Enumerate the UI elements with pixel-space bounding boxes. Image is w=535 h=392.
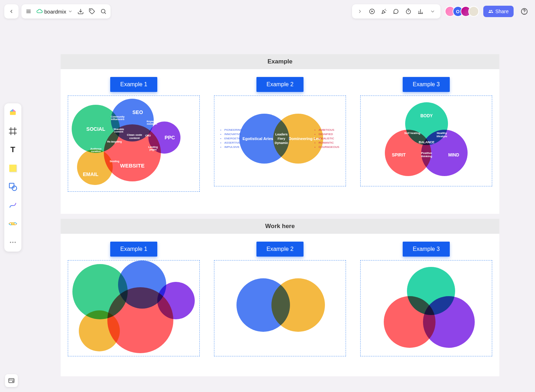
svg-rect-18 (10, 111, 16, 115)
comment-icon[interactable] (393, 8, 400, 15)
section-title: Example (268, 58, 292, 65)
svg-point-29 (10, 242, 11, 243)
venn-circle[interactable]: WEBSITE (104, 124, 161, 181)
svg-rect-32 (9, 378, 14, 383)
svg-point-27 (12, 186, 17, 191)
doc-title: boardmix (44, 9, 66, 15)
doc-title-wrap[interactable]: boardmix (36, 8, 73, 15)
connector-icon[interactable] (7, 200, 19, 211)
section-header-example[interactable]: Example (61, 54, 499, 69)
help-button[interactable] (518, 5, 531, 18)
share-label: Share (495, 9, 509, 14)
venn-diagram-1[interactable]: SOCIAL SEO PPC EMAIL WEBSITE Community i… (68, 96, 200, 192)
more-tools-chevron-icon[interactable] (429, 8, 436, 15)
svg-point-31 (15, 242, 16, 243)
svg-rect-28 (11, 223, 14, 225)
frame-icon[interactable] (7, 125, 19, 137)
example-label[interactable]: Example 3 (403, 77, 450, 92)
venn-diagram-blank-2[interactable] (214, 260, 346, 356)
venn-diagram-2[interactable]: Egotistical Aries Domineering Leo Leader… (214, 96, 346, 186)
back-button[interactable] (4, 4, 19, 19)
venn-circle[interactable] (107, 287, 173, 353)
svg-marker-8 (371, 10, 373, 12)
chevron-right-icon[interactable] (356, 8, 363, 15)
svg-point-30 (12, 242, 13, 243)
venn-diagram-blank-3[interactable] (360, 260, 492, 356)
venn-circle[interactable]: MIND (421, 130, 468, 176)
collaborator-avatars[interactable]: O (445, 6, 479, 17)
avatar[interactable] (468, 6, 479, 17)
mindmap-icon[interactable] (7, 218, 19, 229)
tag-icon[interactable] (88, 8, 96, 15)
sticky-note-icon[interactable] (7, 163, 19, 174)
example-label[interactable]: Example 2 (256, 77, 304, 92)
section-body-work: Example 1 Example 2 Example 3 (61, 234, 499, 376)
section-body-example: Example 1 SOCIAL SEO PPC EMAIL WEBSITE C… (61, 69, 499, 214)
venn2-left-list: PIONEERINGINNOVATIVEENERGETICASSERTIVEIM… (221, 128, 242, 149)
tool-rail: T (4, 103, 21, 252)
section-header-work[interactable]: Work here (61, 219, 499, 234)
play-icon[interactable] (368, 8, 376, 15)
timer-icon[interactable] (405, 8, 412, 15)
svg-point-5 (101, 9, 105, 13)
templates-icon[interactable] (7, 107, 19, 118)
venn-circle[interactable] (271, 278, 325, 332)
svg-point-34 (12, 381, 13, 382)
venn-circle[interactable] (423, 296, 475, 348)
example-label[interactable]: Example 2 (256, 242, 304, 257)
share-button[interactable]: Share (483, 6, 514, 17)
download-icon[interactable] (77, 8, 84, 15)
menu-icon[interactable] (25, 8, 32, 15)
svg-rect-26 (9, 183, 14, 188)
celebrate-icon[interactable] (381, 8, 388, 15)
venn2-right-list: AMBITIOUSDIGNIFIEDIDEALISTICROMANTICCOUR… (315, 128, 339, 149)
venn-diagram-3[interactable]: BODY SPIRIT MIND BALANCE Self healing He… (360, 96, 492, 186)
document-chip: boardmix (21, 4, 111, 19)
shape-icon[interactable] (7, 181, 19, 192)
svg-point-4 (90, 10, 91, 11)
canvas[interactable]: Example Example 1 SOCIAL SEO PPC EMAIL W… (61, 54, 499, 376)
more-icon[interactable] (7, 237, 19, 248)
section-title: Work here (265, 223, 295, 230)
right-tool-chip (352, 4, 440, 19)
example-label[interactable]: Example 1 (110, 242, 157, 257)
venn-diagram-blank-1[interactable] (68, 260, 200, 356)
search-icon[interactable] (100, 8, 107, 15)
text-icon[interactable]: T (7, 144, 19, 155)
svg-point-17 (524, 13, 524, 13)
svg-line-6 (105, 12, 106, 14)
example-label[interactable]: Example 3 (403, 242, 450, 257)
layers-button[interactable] (5, 374, 18, 387)
example-label[interactable]: Example 1 (110, 77, 157, 92)
chart-icon[interactable] (417, 8, 424, 15)
